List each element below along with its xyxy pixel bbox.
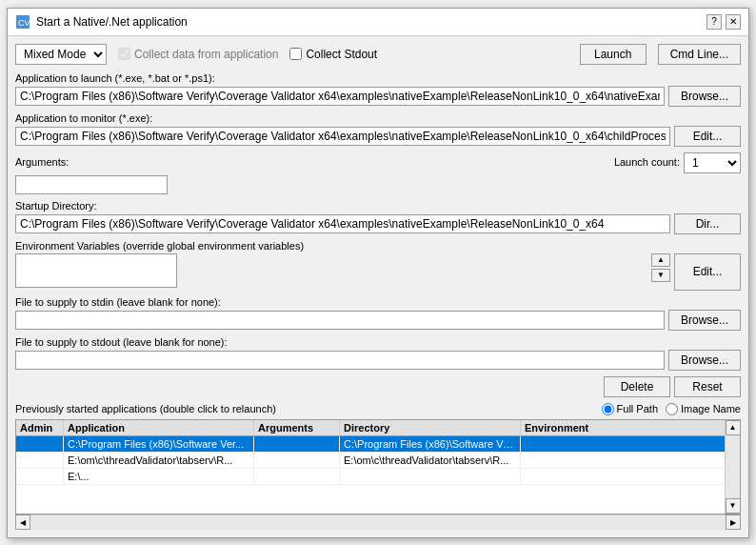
app-to-monitor-row: Application to monitor (*.exe): Edit... — [15, 112, 741, 147]
row3-dir — [340, 469, 521, 484]
full-path-radio[interactable] — [602, 403, 614, 415]
title-bar-left: CV Start a Native/.Net application — [15, 14, 188, 30]
row2-app: E:\om\c\threadValidator\tabserv\R... — [64, 453, 254, 468]
startup-dir-input-row: Dir... — [15, 213, 741, 234]
collect-data-label: Collect data from application — [134, 48, 278, 61]
title-bar: CV Start a Native/.Net application ? ✕ — [8, 9, 748, 36]
horizontal-scrollbar[interactable]: ◀ ▶ — [15, 515, 741, 530]
app-to-monitor-edit[interactable]: Edit... — [674, 126, 741, 147]
collect-stdout-group: Collect Stdout — [289, 48, 377, 61]
env-vars-input-row: ▲ ▼ Edit... — [15, 253, 741, 291]
horiz-scroll-track[interactable] — [30, 515, 726, 530]
table-row[interactable]: E:\... — [16, 469, 740, 485]
scroll-track[interactable] — [726, 435, 740, 498]
col-app-header: Application — [64, 420, 254, 435]
full-path-label: Full Path — [602, 403, 658, 415]
row1-dir: C:\Program Files (x86)\Software Ver... — [340, 436, 521, 452]
prev-apps-label: Previously started applications (double … — [15, 403, 276, 414]
scroll-down-btn[interactable]: ▼ — [726, 498, 741, 514]
app-to-launch-input[interactable] — [15, 87, 665, 106]
actions-row: Delete Reset — [15, 376, 741, 397]
stdout-row: File to supply to stdout (leave blank fo… — [15, 336, 741, 371]
table-row[interactable]: C:\Program Files (x86)\Software Ver... C… — [16, 436, 740, 453]
table-wrapper: Admin Application Arguments Directory En… — [15, 419, 741, 530]
args-launchcount-row: Arguments: Launch count: 1 — [15, 152, 741, 173]
collect-data-group: Collect data from application — [118, 48, 278, 61]
env-spinners: ▲ ▼ — [651, 253, 670, 282]
env-down-btn[interactable]: ▼ — [651, 269, 670, 282]
launch-button[interactable]: Launch — [580, 44, 647, 65]
arguments-input[interactable] — [15, 175, 168, 194]
stdout-browse[interactable]: Browse... — [668, 350, 741, 371]
path-radio-group: Full Path Image Name — [602, 403, 741, 415]
startup-dir-row: Startup Directory: Dir... — [15, 200, 741, 234]
mode-selector: Mixed Mode — [15, 44, 107, 65]
stdin-browse[interactable]: Browse... — [668, 310, 741, 331]
row1-args — [254, 436, 340, 452]
table-row[interactable]: E:\om\c\threadValidator\tabserv\R... E:\… — [16, 453, 740, 469]
collect-stdout-checkbox[interactable] — [289, 48, 302, 60]
stdin-input-row: Browse... — [15, 310, 741, 331]
row3-env — [521, 469, 673, 484]
env-up-btn[interactable]: ▲ — [651, 253, 670, 267]
app-to-monitor-input[interactable] — [15, 127, 670, 146]
image-name-radio[interactable] — [666, 403, 678, 415]
startup-dir-label: Startup Directory: — [15, 200, 741, 212]
arguments-label: Arguments: — [15, 156, 69, 168]
startup-dir-browse[interactable]: Dir... — [674, 213, 741, 234]
arguments-row — [15, 175, 741, 194]
reset-button[interactable]: Reset — [674, 376, 741, 397]
scroll-right-btn[interactable]: ▶ — [726, 515, 741, 530]
row3-admin — [16, 469, 64, 484]
app-to-monitor-input-row: Edit... — [15, 126, 741, 147]
row2-admin — [16, 453, 64, 468]
startup-dir-input[interactable] — [15, 214, 670, 233]
stdin-input[interactable] — [15, 311, 665, 330]
env-vars-row: Environment Variables (override global e… — [15, 240, 741, 291]
stdin-label: File to supply to stdin (leave blank for… — [15, 296, 741, 308]
env-vars-edit[interactable]: Edit... — [674, 253, 741, 291]
app-to-monitor-label: Application to monitor (*.exe): — [15, 112, 741, 124]
col-admin-header: Admin — [16, 420, 64, 435]
stdin-row: File to supply to stdin (leave blank for… — [15, 296, 741, 331]
launch-count-select[interactable]: 1 — [684, 152, 741, 173]
main-dialog: CV Start a Native/.Net application ? ✕ M… — [7, 8, 749, 538]
stdout-label: File to supply to stdout (leave blank fo… — [15, 336, 741, 348]
scroll-left-btn[interactable]: ◀ — [15, 515, 30, 530]
help-button[interactable]: ? — [706, 14, 722, 30]
app-to-launch-input-row: Browse... — [15, 86, 741, 107]
app-icon: CV — [15, 14, 30, 30]
collect-stdout-label: Collect Stdout — [306, 48, 377, 61]
stdout-input[interactable] — [15, 351, 665, 370]
row3-app: E:\... — [64, 469, 254, 484]
toolbar: Mixed Mode Collect data from application… — [15, 44, 741, 65]
row2-env — [521, 453, 673, 468]
row1-env — [521, 436, 673, 452]
prev-apps-table: Admin Application Arguments Directory En… — [15, 419, 741, 515]
cmdline-button[interactable]: Cmd Line... — [658, 44, 741, 65]
delete-button[interactable]: Delete — [604, 376, 670, 397]
env-vars-textarea[interactable] — [15, 253, 177, 288]
collect-data-checkbox[interactable] — [118, 48, 130, 60]
dialog-content: Mixed Mode Collect data from application… — [8, 36, 748, 537]
vertical-scrollbar[interactable]: ▲ ▼ — [725, 420, 740, 514]
row2-args — [254, 453, 340, 468]
image-name-label: Image Name — [666, 403, 741, 415]
col-dir-header: Directory — [340, 420, 521, 435]
app-to-launch-browse[interactable]: Browse... — [668, 86, 741, 107]
col-env-header: Environment — [521, 420, 673, 435]
title-bar-controls: ? ✕ — [706, 14, 741, 30]
prev-apps-header: Previously started applications (double … — [15, 403, 741, 415]
stdout-input-row: Browse... — [15, 350, 741, 371]
scroll-up-btn[interactable]: ▲ — [726, 420, 741, 435]
env-vars-label: Environment Variables (override global e… — [15, 240, 741, 252]
launch-count-label: Launch count: — [614, 156, 680, 168]
env-vars-container: ▲ ▼ — [15, 253, 670, 291]
row1-admin — [16, 436, 64, 452]
row1-app: C:\Program Files (x86)\Software Ver... — [64, 436, 254, 452]
dialog-title: Start a Native/.Net application — [36, 15, 188, 29]
close-button[interactable]: ✕ — [726, 14, 741, 30]
mode-dropdown[interactable]: Mixed Mode — [15, 44, 107, 65]
launch-count-group: Launch count: 1 — [614, 152, 741, 173]
toolbar-right: Launch — [580, 44, 647, 65]
